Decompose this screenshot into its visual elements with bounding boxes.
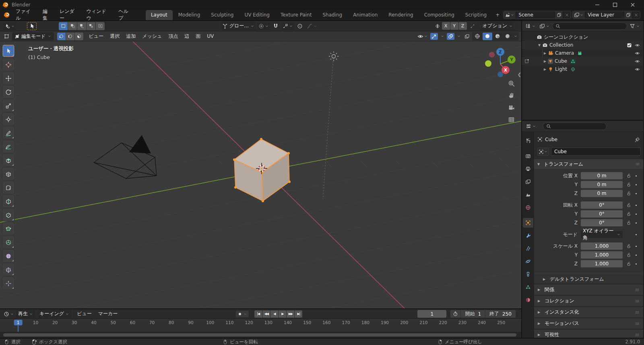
frame-start-field[interactable]: 開始 1 bbox=[460, 310, 485, 318]
tool-button-edge-slide[interactable] bbox=[2, 263, 14, 276]
hide-eye-icon[interactable] bbox=[635, 59, 640, 64]
tool-button-rotate[interactable] bbox=[2, 86, 14, 98]
workspace-tab-layout[interactable]: Layout bbox=[146, 10, 173, 20]
triangle-right-icon[interactable]: ▶ bbox=[542, 51, 548, 55]
outliner-search-input[interactable] bbox=[552, 23, 627, 30]
jump-to-start-icon[interactable]: |◀ bbox=[254, 310, 262, 318]
current-frame-field[interactable]: 1 bbox=[417, 310, 446, 318]
topbar-menu-item[interactable]: 編集 bbox=[39, 7, 56, 23]
triangle-right-icon[interactable]: ▶ bbox=[542, 60, 548, 63]
overlays-toggle[interactable] bbox=[447, 33, 454, 40]
shading-dropdown[interactable] bbox=[513, 33, 518, 40]
camera-view-icon[interactable] bbox=[508, 104, 515, 111]
rendered-shading-button[interactable] bbox=[503, 33, 512, 40]
lock-open-icon[interactable] bbox=[626, 253, 631, 257]
value-field[interactable]: 0 m bbox=[581, 181, 623, 188]
properties-tab-tool[interactable] bbox=[523, 136, 533, 146]
solid-shading-button[interactable] bbox=[483, 33, 492, 40]
outliner-item-label[interactable]: Cube bbox=[555, 58, 567, 64]
panel-grip-icon[interactable] bbox=[635, 162, 640, 166]
timeline-scrollbar[interactable] bbox=[0, 332, 521, 338]
jump-to-end-icon[interactable]: ▶| bbox=[295, 310, 302, 318]
viewport-3d[interactable]: ユーザー・透視投影 (1) Cube Z Y X ❮ bbox=[0, 41, 521, 308]
vertex-mode-button[interactable] bbox=[57, 33, 66, 40]
panel-grip-icon[interactable] bbox=[635, 288, 640, 292]
tool-button-loop-cut[interactable] bbox=[2, 195, 14, 207]
workspace-tab-compositing[interactable]: Compositing bbox=[419, 10, 460, 20]
navigation-gizmo[interactable]: Z Y X bbox=[482, 47, 516, 82]
new-view-layer-button[interactable] bbox=[624, 11, 632, 18]
workspace-tab-animation[interactable]: Animation bbox=[348, 10, 383, 20]
value-field[interactable]: 1.000 bbox=[581, 242, 623, 250]
playhead-line[interactable] bbox=[18, 325, 19, 332]
properties-tab-view-layer[interactable] bbox=[523, 177, 533, 187]
active-tool-button[interactable] bbox=[27, 22, 37, 31]
collection-checkbox[interactable] bbox=[627, 43, 632, 48]
viewport-menu-item[interactable]: UV bbox=[204, 32, 217, 40]
tool-button-smooth[interactable] bbox=[2, 250, 14, 262]
lock-open-icon[interactable] bbox=[626, 212, 631, 216]
workspace-tab-shading[interactable]: Shading bbox=[317, 10, 347, 20]
play-reverse-icon[interactable]: ◀ bbox=[270, 310, 278, 318]
xray-toggle[interactable] bbox=[463, 33, 471, 40]
proportional-edit-toggle[interactable] bbox=[296, 23, 304, 30]
editor-type-dropdown[interactable] bbox=[2, 33, 10, 40]
zoom-icon[interactable] bbox=[508, 80, 515, 87]
delta-transform-subpanel[interactable]: ▶ デルタトランスフォーム bbox=[534, 275, 643, 283]
gizmos-dropdown[interactable] bbox=[439, 33, 446, 39]
lock-open-icon[interactable] bbox=[626, 244, 631, 248]
tool-button-move[interactable] bbox=[2, 72, 14, 84]
viewport-menu-item[interactable]: 頂点 bbox=[165, 32, 181, 41]
tool-button-poly-build[interactable] bbox=[2, 222, 14, 235]
workspace-tab-uv-editing[interactable]: UV Editing bbox=[239, 10, 275, 20]
properties-tab-scene[interactable] bbox=[523, 190, 533, 199]
outliner-display-mode-dropdown[interactable] bbox=[538, 23, 551, 30]
material-shading-button[interactable] bbox=[493, 33, 502, 40]
panel-grip-icon[interactable] bbox=[635, 333, 640, 337]
mirror-x-button[interactable]: X bbox=[442, 22, 450, 30]
panel-grip-icon[interactable] bbox=[635, 310, 640, 315]
overlays-dropdown[interactable] bbox=[456, 33, 462, 39]
scene-selector[interactable]: Scene bbox=[503, 11, 571, 19]
blender-app-menu-icon[interactable] bbox=[2, 10, 12, 20]
tool-button-shrink-fatten[interactable] bbox=[2, 277, 14, 290]
viewport-menu-item[interactable]: 選択 bbox=[107, 32, 123, 41]
workspace-tab-modeling[interactable]: Modeling bbox=[173, 10, 206, 20]
current-frame-badge[interactable]: 1 bbox=[14, 320, 23, 325]
panel-grip-icon[interactable] bbox=[635, 321, 640, 326]
keyframe-dot-icon[interactable] bbox=[634, 262, 638, 266]
outliner-editor-type-dropdown[interactable] bbox=[524, 23, 537, 30]
frame-end-field[interactable]: 終了 250 bbox=[485, 310, 516, 318]
outliner-item-label[interactable]: シーンコレクション bbox=[544, 34, 588, 41]
panel-モーションパス[interactable]: ▶モーションパス bbox=[534, 318, 643, 329]
proportional-falloff-dropdown[interactable] bbox=[305, 23, 318, 30]
view-layer-selector[interactable]: View Layer bbox=[572, 11, 640, 19]
mirror-y-button[interactable]: Y bbox=[450, 22, 458, 30]
tool-button-measure[interactable] bbox=[2, 140, 14, 153]
panel-インスタンス化[interactable]: ▶インスタンス化 bbox=[534, 307, 643, 317]
tool-button-spin[interactable] bbox=[2, 236, 14, 248]
workspace-tab-sculpting[interactable]: Sculpting bbox=[206, 10, 239, 20]
select-mode-button-5[interactable] bbox=[96, 22, 105, 30]
select-mode-button-3[interactable] bbox=[77, 22, 86, 30]
visibility-dropdown[interactable] bbox=[416, 33, 429, 40]
properties-tab-modifiers[interactable] bbox=[523, 231, 533, 240]
properties-tab-world[interactable] bbox=[523, 203, 533, 212]
snap-individual-button[interactable] bbox=[469, 23, 477, 30]
wireframe-shading-button[interactable] bbox=[473, 33, 482, 40]
tool-fallback-dropdown[interactable] bbox=[3, 23, 16, 30]
value-field[interactable]: 0 m bbox=[581, 172, 623, 179]
value-field[interactable]: 0° bbox=[581, 201, 623, 209]
edge-mode-button[interactable] bbox=[66, 33, 74, 40]
add-workspace-button[interactable]: + bbox=[492, 10, 503, 20]
tool-button-select-box[interactable] bbox=[2, 45, 14, 57]
tool-button-scale[interactable] bbox=[2, 99, 14, 112]
gizmos-toggle[interactable] bbox=[430, 33, 438, 40]
panel-grip-icon[interactable] bbox=[635, 299, 640, 304]
lock-open-icon[interactable] bbox=[626, 191, 631, 196]
object-id-dropdown[interactable] bbox=[537, 148, 549, 156]
rotation-mode-dropdown[interactable]: XYZ オイラー角 bbox=[581, 231, 623, 238]
tool-button-bevel[interactable] bbox=[2, 181, 14, 194]
auto-keying-button[interactable] bbox=[236, 311, 249, 317]
value-field[interactable]: 0 m bbox=[581, 190, 623, 197]
